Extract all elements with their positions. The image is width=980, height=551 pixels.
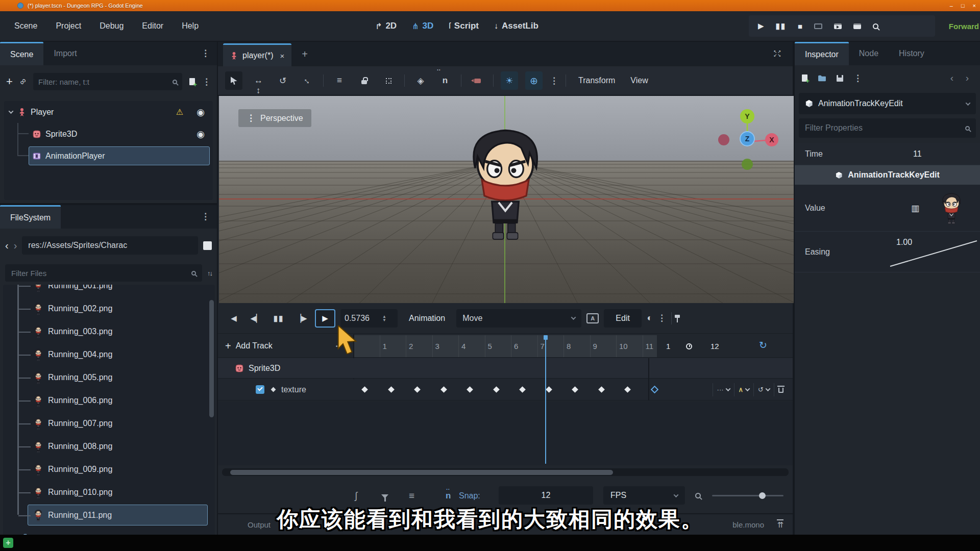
3d-viewport[interactable]: ⋮ Perspective Y X Z bbox=[219, 96, 794, 303]
scale-tool-button[interactable]: ↔ bbox=[299, 71, 316, 90]
tree-item-player[interactable]: Player ⚠ ◉ bbox=[4, 101, 213, 123]
toggle-sun-button[interactable]: ☀ bbox=[501, 71, 518, 90]
animation-menu-button[interactable]: Animation bbox=[403, 314, 451, 323]
save-resource-icon[interactable] bbox=[837, 75, 843, 82]
collapse-icon[interactable] bbox=[9, 109, 14, 114]
current-time-input[interactable] bbox=[345, 314, 382, 323]
keyframe[interactable] bbox=[519, 386, 526, 393]
menu-project[interactable]: Project bbox=[48, 18, 88, 34]
tree-item-sprite3d[interactable]: Sprite3D ◉ bbox=[4, 123, 213, 145]
animation-length-value[interactable]: 12 bbox=[710, 341, 719, 350]
snap-value-field[interactable]: 12 bbox=[499, 486, 593, 505]
filter-properties-input[interactable] bbox=[805, 123, 965, 133]
workspace-3d[interactable]: ⋔3D bbox=[412, 21, 433, 31]
movie-maker-icon[interactable] bbox=[873, 23, 878, 29]
visibility-eye-icon[interactable]: ◉ bbox=[197, 129, 205, 140]
loop-toggle-icon[interactable]: ↻ bbox=[759, 339, 767, 351]
axis-negy-ball[interactable] bbox=[742, 159, 753, 170]
view-axis-gizmo[interactable]: Y X Z bbox=[717, 109, 783, 174]
filesystem-menu-icon[interactable]: ⋮ bbox=[201, 211, 210, 222]
snap-unit-dropdown[interactable]: FPS bbox=[603, 486, 685, 505]
autoplay-toggle-icon[interactable]: A bbox=[586, 313, 599, 323]
load-resource-icon[interactable] bbox=[818, 74, 826, 83]
renderer-selector[interactable]: Forward bbox=[949, 11, 979, 41]
add-node-button[interactable]: + bbox=[6, 75, 13, 88]
mesh-snap-button[interactable]: ◈ bbox=[412, 71, 429, 90]
unlock-node-button[interactable] bbox=[355, 71, 373, 90]
attach-script-icon[interactable] bbox=[189, 78, 195, 85]
menu-help[interactable]: Help bbox=[175, 18, 206, 34]
rotate-tool-button[interactable]: ↺ bbox=[274, 71, 291, 90]
pause-animation-button[interactable]: ▮▮ bbox=[270, 310, 287, 327]
tab-inspector[interactable]: Inspector bbox=[795, 42, 849, 65]
track-group-sprite3d[interactable]: Sprite3D bbox=[218, 358, 793, 379]
tab-import[interactable]: Import bbox=[43, 42, 87, 65]
keyframe[interactable] bbox=[467, 386, 473, 393]
tree-item-animationplayer[interactable]: AnimationPlayer bbox=[4, 145, 213, 167]
keyframe[interactable] bbox=[598, 386, 605, 393]
file-item[interactable]: Running_005.png bbox=[3, 366, 215, 389]
keyframe[interactable] bbox=[414, 386, 421, 393]
play-custom-scene-button[interactable] bbox=[853, 23, 861, 29]
view-menu[interactable]: View bbox=[627, 76, 651, 85]
timeline-playhead[interactable] bbox=[545, 335, 546, 464]
camera-preview-button[interactable] bbox=[469, 71, 486, 90]
track-texture[interactable]: texture ··· ∧ ↺ bbox=[218, 379, 793, 400]
group-node-button[interactable] bbox=[380, 71, 397, 90]
axis-negx-ball[interactable] bbox=[718, 134, 729, 145]
sort-files-icon[interactable]: ↑↓ bbox=[207, 269, 212, 277]
new-resource-icon[interactable] bbox=[802, 74, 807, 82]
file-item[interactable]: Running_006.png bbox=[3, 389, 215, 412]
sun-environment-menu-icon[interactable]: ⋮ bbox=[550, 76, 558, 86]
resource-menu-icon[interactable]: ⋮ bbox=[853, 73, 862, 84]
file-item[interactable]: Running_004.png bbox=[3, 343, 215, 366]
add-track-button[interactable]: + Add Track bbox=[225, 334, 273, 358]
timeline-ruler[interactable]: 1 12 ↻ 1234567891011 bbox=[353, 334, 793, 357]
menu-debug[interactable]: Debug bbox=[92, 18, 131, 34]
animation-select-dropdown[interactable]: Move bbox=[456, 309, 581, 328]
path-field[interactable] bbox=[22, 236, 198, 255]
scene-filter-input[interactable] bbox=[38, 78, 168, 86]
keyframe[interactable] bbox=[440, 386, 447, 393]
keyframe[interactable] bbox=[493, 386, 500, 393]
timeline-hscrollbar[interactable] bbox=[222, 468, 789, 476]
pin-panel-icon[interactable] bbox=[677, 318, 678, 322]
filter-tracks-icon[interactable] bbox=[381, 491, 388, 501]
tab-node[interactable]: Node bbox=[849, 42, 889, 65]
file-filter-input[interactable] bbox=[11, 269, 187, 278]
file-item[interactable]: Running_010.png bbox=[3, 481, 215, 504]
tab-filesystem[interactable]: FileSystem bbox=[0, 205, 61, 229]
new-tab-icon[interactable]: + bbox=[302, 48, 308, 60]
timeline-empty-area[interactable] bbox=[218, 401, 793, 465]
skeleton-options-button[interactable]: n bbox=[436, 71, 454, 90]
move-tool-button[interactable] bbox=[250, 71, 267, 90]
history-forward-icon[interactable]: › bbox=[966, 72, 969, 84]
spin-arrows-icon[interactable]: ▲▼ bbox=[382, 315, 386, 322]
edit-texture-icon[interactable]: ▥ bbox=[911, 203, 919, 213]
toggle-environment-button[interactable]: ⊕ bbox=[525, 71, 543, 90]
scene-dock-menu-icon[interactable]: ⋮ bbox=[201, 48, 210, 59]
instance-scene-icon[interactable]: ∞ bbox=[17, 76, 29, 88]
easing-curve-widget[interactable]: 1.00 bbox=[889, 236, 977, 268]
selection-list-button[interactable]: ≡ bbox=[331, 71, 348, 90]
workspace-script[interactable]: ſScript bbox=[449, 21, 479, 31]
file-item[interactable]: Running_003.png bbox=[3, 320, 215, 343]
stop-button[interactable]: ■ bbox=[798, 22, 802, 31]
play-button[interactable]: ▶ bbox=[758, 21, 764, 31]
window-button[interactable]: – bbox=[950, 3, 953, 9]
warning-icon[interactable]: ⚠ bbox=[176, 107, 183, 117]
edit-menu-button[interactable]: Edit bbox=[604, 309, 642, 328]
loop-wrap-dropdown[interactable]: ↺ bbox=[753, 383, 774, 396]
interpolation-dropdown[interactable]: ∧ bbox=[734, 383, 754, 396]
file-item[interactable]: Running_007.png bbox=[3, 412, 215, 435]
scene-tab-player[interactable]: player(*) × bbox=[223, 43, 291, 66]
hscrollbar-thumb[interactable] bbox=[230, 470, 613, 475]
play-backwards-button[interactable]: ◀ bbox=[225, 310, 242, 327]
file-item[interactable]: Running_009.png bbox=[3, 458, 215, 481]
close-tab-icon[interactable]: × bbox=[280, 52, 284, 60]
perspective-menu-button[interactable]: ⋮ Perspective bbox=[238, 109, 311, 127]
step-back-button[interactable]: ◀▏ bbox=[248, 310, 265, 327]
group-tracks-icon[interactable]: ≡ bbox=[409, 490, 414, 502]
zoom-slider[interactable] bbox=[712, 495, 783, 496]
onion-skinning-icon[interactable]: ◐ bbox=[647, 313, 652, 323]
